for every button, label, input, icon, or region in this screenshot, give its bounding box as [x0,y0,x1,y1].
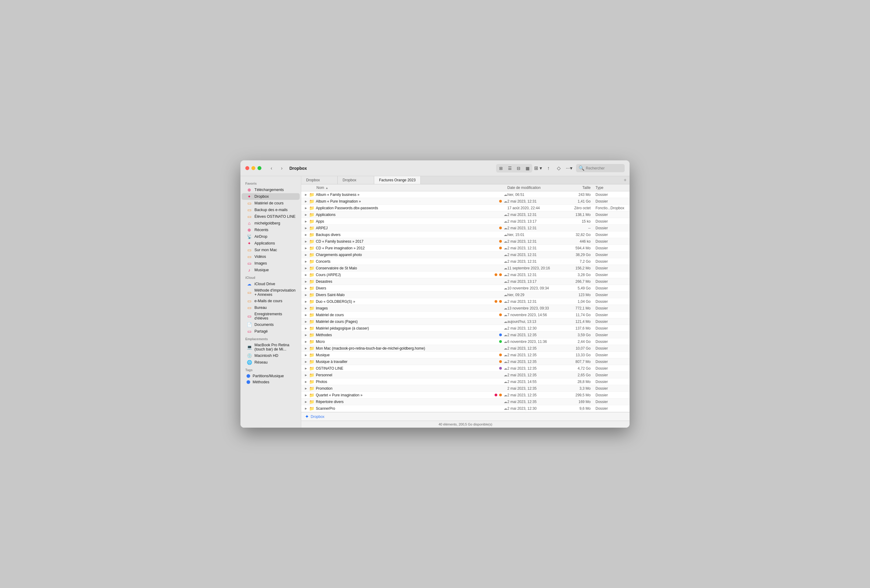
table-row[interactable]: ▶ 📁 Backups divers ☁ hier, 15:01 32,82 G… [301,232,630,238]
row-expand-arrow[interactable]: ▶ [305,193,309,196]
row-expand-arrow[interactable]: ▶ [305,240,309,243]
sidebar-item-applications[interactable]: ✦ Applications [242,240,300,246]
row-expand-arrow[interactable]: ▶ [305,340,309,343]
row-expand-arrow[interactable]: ▶ [305,280,309,283]
table-row[interactable]: ▶ 📁 Images ☁ 13 novembre 2023, 09:33 772… [301,305,630,312]
sidebar-item-tag-methodes[interactable]: Méthodes [242,379,300,385]
sidebar-item-dropbox[interactable]: ✦ Dropbox [242,193,300,200]
row-expand-arrow[interactable]: ▶ [305,227,309,230]
sidebar-item-bureau[interactable]: ▭ Bureau [242,304,300,311]
minimize-button[interactable] [252,166,255,170]
table-row[interactable]: ▶ 📁 Personnel ☁ 2 mai 2023, 12:35 2,65 G… [301,372,630,379]
row-expand-arrow[interactable]: ▶ [305,407,309,410]
sidebar-item-icloud[interactable]: ☁ iCloud Drive [242,281,300,287]
row-expand-arrow[interactable]: ▶ [305,200,309,203]
sidebar-item-documents[interactable]: 📄 Documents [242,321,300,328]
sidebar-item-materiel-cours[interactable]: ▭ Matériel de cours [242,200,300,206]
table-row[interactable]: ▶ 📁 Matériel de cours ☁ 7 novembre 2023,… [301,312,630,318]
row-expand-arrow[interactable]: ▶ [305,334,309,337]
row-expand-arrow[interactable]: ▶ [305,300,309,303]
col-name-header[interactable]: Nom ▲ [316,186,507,190]
table-row[interactable]: ▶ 📁 Méthodes ☁ 2 mai 2023, 12:35 3,59 Go… [301,332,630,339]
row-expand-arrow[interactable]: ▶ [305,367,309,370]
table-row[interactable]: ▶ 📁 ARPEJ ☁ 2 mai 2023, 12:31 -- Dossier [301,225,630,232]
sidebar-item-emails-cours[interactable]: ▭ e-Mails de cours [242,298,300,304]
tab-add-button[interactable]: + [621,176,630,184]
col-size-header[interactable]: Taille [568,186,596,190]
row-expand-arrow[interactable]: ▶ [305,380,309,383]
row-expand-arrow[interactable]: ▶ [305,287,309,290]
sidebar-item-reseau[interactable]: 🌐 Réseau [242,359,300,366]
tab-dropbox-1[interactable]: Dropbox [301,176,338,184]
table-row[interactable]: ▶ 📁 Promotion 2 mai 2023, 12:35 3,3 Mo D… [301,385,630,392]
table-row[interactable]: ▶ 📁 Cours (ARPEJ) ☁ 2 mai 2023, 12:31 3,… [301,272,630,278]
row-expand-arrow[interactable]: ▶ [305,307,309,310]
sidebar-item-michel[interactable]: ⌂ michelgoldberg [242,220,300,227]
sidebar-item-images[interactable]: ▭ Images [242,260,300,267]
row-expand-arrow[interactable]: ▶ [305,374,309,377]
table-row[interactable]: ▶ 📁 ScannerPro ☁ 2 mai 2023, 12:30 9,6 M… [301,405,630,412]
table-row[interactable]: ▶ 📁 CD « Pure imagination » 2012 ☁ 2 mai… [301,245,630,251]
table-row[interactable]: ▶ 📁 Matériel pédagogique (à classer) ☁ 2… [301,325,630,332]
table-row[interactable]: ▶ 📁 CD « Family business » 2017 ☁ 2 mai … [301,238,630,245]
forward-button[interactable]: › [278,164,286,172]
table-row[interactable]: ▶ 📁 Album « Pure Imagination » ☁ 2 mai 2… [301,198,630,205]
table-row[interactable]: ▶ 📁 Répertoire divers ☁ 2 mai 2023, 12:3… [301,398,630,405]
table-row[interactable]: ▶ 📁 Duo « GOLDBERG(S) » ☁ 2 mai 2023, 12… [301,298,630,305]
row-expand-arrow[interactable]: ▶ [305,393,309,396]
table-row[interactable]: ▶ 📁 Desastres ☁ 2 mai 2023, 13:17 266,7 … [301,278,630,285]
row-expand-arrow[interactable]: ▶ [305,233,309,236]
row-expand-arrow[interactable]: ▶ [305,246,309,249]
column-view-btn[interactable]: ⊟ [514,165,523,172]
table-row[interactable]: ▶ 📁 Application Passwords.dbx-passwords … [301,205,630,211]
grid-view-btn[interactable]: ⊞ [497,165,505,172]
row-expand-arrow[interactable]: ▶ [305,360,309,363]
close-button[interactable] [245,166,249,170]
col-type-header[interactable]: Type [596,186,626,190]
row-expand-arrow[interactable]: ▶ [305,313,309,316]
sidebar-item-macbook[interactable]: 💻 MacBook Pro Retina (touch bar) de Mi..… [242,342,300,352]
row-expand-arrow[interactable]: ▶ [305,260,309,263]
tab-dropbox-2[interactable]: Dropbox [338,176,374,184]
table-row[interactable]: ▶ 📁 Divers Saint-Malo ☁ hier, 09:29 123 … [301,292,630,298]
share-btn[interactable]: ↑ [544,164,553,173]
maximize-button[interactable] [258,166,261,170]
row-expand-arrow[interactable]: ▶ [305,387,309,390]
row-expand-arrow[interactable]: ▶ [305,273,309,276]
table-row[interactable]: ▶ 📁 Conservatoire de St Malo ☁ 11 septem… [301,265,630,272]
table-row[interactable]: ▶ 📁 Album « Family business » ☁ hier, 06… [301,192,630,198]
gallery-view-btn[interactable]: ▦ [523,165,532,172]
table-row[interactable]: ▶ 📁 Chargements appareil photo ☁ 2 mai 2… [301,251,630,258]
row-expand-arrow[interactable]: ▶ [305,320,309,323]
row-expand-arrow[interactable]: ▶ [305,327,309,330]
row-expand-arrow[interactable]: ▶ [305,293,309,296]
table-row[interactable]: ▶ 📁 Micro ☁ 6 novembre 2023, 11:36 2,44 … [301,339,630,345]
table-row[interactable]: ▶ 📁 Divers ☁ 10 novembre 2023, 09:34 5,4… [301,285,630,292]
table-row[interactable]: ▶ 📁 Photos ☁ 2 mai 2023, 14:55 28,8 Mo D… [301,379,630,385]
row-expand-arrow[interactable]: ▶ [305,220,309,223]
sidebar-item-tag-partitions[interactable]: Partitions/Musique [242,373,300,379]
table-row[interactable]: ▶ 📁 Musique à travailler ☁ 2 mai 2023, 1… [301,358,630,365]
sidebar-item-enregistrements[interactable]: ▭ Enregistrements d'élèves [242,311,300,321]
sidebar-item-backup-emails[interactable]: ▭ Backup des e-mails [242,206,300,213]
search-input[interactable] [586,166,622,171]
row-expand-arrow[interactable]: ▶ [305,400,309,403]
sidebar-item-methode[interactable]: ▭ Méthode d'improvisation + Annexes [242,287,300,298]
back-button[interactable]: ‹ [268,164,276,172]
tag-btn[interactable]: ◇ [554,164,563,173]
more-view-btn[interactable]: ⊞ ▾ [533,164,542,173]
table-row[interactable]: ▶ 📁 Mon Mac (macbook-pro-retina-touch-ba… [301,345,630,352]
search-box[interactable]: 🔍 [576,164,625,172]
sidebar-item-telechargements[interactable]: ⊕ Téléchargements [242,187,300,193]
col-date-header[interactable]: Date de modification [507,186,568,190]
sidebar-item-musique[interactable]: ♪ Musique [242,267,300,273]
sidebar-item-eleves[interactable]: ▭ Élèves OSTINATO LINE [242,213,300,220]
table-row[interactable]: ▶ 📁 OSTINATO LINE ☁ 2 mai 2023, 12:35 4,… [301,365,630,372]
row-expand-arrow[interactable]: ▶ [305,347,309,350]
row-expand-arrow[interactable]: ▶ [305,213,309,216]
table-row[interactable]: ▶ 📁 Applications ☁ 2 mai 2023, 12:31 138… [301,211,630,218]
row-expand-arrow[interactable]: ▶ [305,353,309,356]
sidebar-item-recents[interactable]: ⊕ Récents [242,227,300,233]
sidebar-item-partage[interactable]: ▭ Partagé [242,328,300,335]
row-expand-arrow[interactable]: ▶ [305,267,309,270]
